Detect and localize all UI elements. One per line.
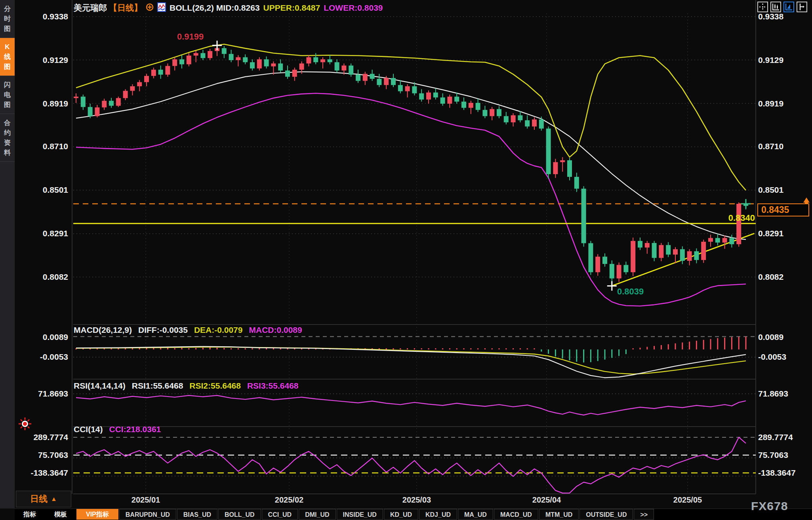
price-tick: 0.9129 [758,55,811,65]
boll-mid-readout: BOLL(26,2) MID:0.8263 [170,3,260,13]
price-tick: 0.8082 [758,272,811,282]
low-price-annotation: 0.8039 [617,287,644,297]
tab-vip-indicators[interactable]: VIP指标 [76,509,118,520]
price-tick: 0.9129 [0,55,68,65]
tab-inside-ud[interactable]: INSIDE_UD [337,509,383,520]
cci-tick: -138.3647 [758,468,811,478]
rsi-tick: 71.8693 [0,389,68,399]
candlestick-view-button[interactable] [770,2,781,12]
cci-tick: 289.7774 [0,432,68,442]
macd-caption-row: MACD(26,12,9) DIFF:-0.0035 DEA:-0.0079 M… [74,325,302,335]
macd-tick: 0.0089 [758,332,811,342]
price-tick: 0.8501 [758,185,811,195]
tab-dmi-ud[interactable]: DMI_UD [299,509,335,520]
cci-tick: 75.7063 [758,450,811,460]
tab-more[interactable]: >> [634,509,654,520]
macd-title: MACD(26,12,9) [74,325,132,335]
x-axis-month: 2025/05 [673,495,702,505]
x-axis-month: 2025/03 [402,495,431,505]
tab-indicators[interactable]: 指标 [15,509,45,520]
boll-upper-readout: UPPER:0.8487 [263,3,320,13]
tab-ma-ud[interactable]: MA_UD [458,509,493,520]
area-view-button[interactable] [783,2,794,12]
peak-price-annotation: 0.9199 [177,32,204,42]
price-tick: 0.9338 [0,11,68,22]
circle-plus-icon[interactable] [146,3,154,13]
fx678-watermark: FX678 [751,499,788,513]
x-axis-month: 2025/01 [132,495,160,505]
price-tick: 0.8919 [758,99,811,109]
chart-toolbar [757,2,807,12]
sidebar-item-contract-info[interactable]: 合约资料 [0,114,15,162]
period-selector-button[interactable]: 日线 ▲ [16,491,71,507]
axis-shift-button[interactable] [797,2,807,12]
tab-outside-ud[interactable]: OUTSIDE_UD [579,509,633,520]
trading-app-window: 分时图 K线图 闪电图 合约资料 美元瑞郎 【日线】 BOLL(26,2) MI… [0,0,812,520]
price-tick: 0.9338 [758,11,811,22]
indicator-tab-bar: 指标 模板 VIP指标 BARUPDN_UD BIAS_UD BOLL_UD C… [15,509,812,520]
tab-barupdn-ud[interactable]: BARUPDN_UD [119,509,176,520]
rsi1-value: RSI1:55.6468 [132,381,183,391]
rsi2-value: RSI2:55.6468 [189,381,241,391]
period-selector-label: 日线 [30,493,48,505]
price-tick: 0.8082 [0,272,68,282]
tab-macd-ud[interactable]: MACD_UD [494,509,538,520]
x-axis-month: 2025/04 [532,495,561,505]
price-tick: 0.8710 [758,141,811,152]
tab-kdj-ud[interactable]: KDJ_UD [419,509,457,520]
macd-tick: -0.0053 [0,352,68,362]
triangle-up-icon: ▲ [51,495,57,503]
tab-templates[interactable]: 模板 [46,509,76,520]
symbol-title: 美元瑞郎 [74,2,107,13]
price-tick: 0.8291 [758,228,811,239]
chart-header: 美元瑞郎 【日线】 BOLL(26,2) MID:0.8263 UPPER:0.… [74,2,383,13]
mini-candle-chart-icon[interactable] [157,2,166,14]
x-axis-month: 2025/02 [275,495,303,505]
boll-lower-readout: LOWER:0.8039 [324,3,383,13]
crosshair-tool-button[interactable] [757,2,768,12]
tab-boll-ud[interactable]: BOLL_UD [218,509,261,520]
cci-value: CCI:218.0361 [109,425,161,434]
cci-tick: 75.7063 [0,450,68,460]
cci-title: CCI(14) [74,425,103,434]
macd-diff-value: DIFF:-0.0035 [138,325,188,335]
price-tick: 0.8501 [0,185,68,195]
macd-tick: 0.0089 [0,332,68,342]
period-tag: 【日线】 [109,2,142,13]
cci-tick: -138.3647 [0,468,68,478]
macd-dea-value: DEA:-0.0079 [194,325,243,335]
price-alert-icon[interactable] [17,416,32,433]
macd-value: MACD:0.0089 [249,325,302,335]
tab-mtm-ud[interactable]: MTM_UD [539,509,579,520]
price-tick: 0.8919 [0,99,68,109]
rsi-title: RSI(14,14,14) [74,381,126,391]
price-tick: 0.8710 [0,141,68,152]
cci-tick: 289.7774 [758,432,811,442]
macd-tick: -0.0053 [758,352,811,362]
tab-cci-ud[interactable]: CCI_UD [262,509,298,520]
tab-kd-ud[interactable]: KD_UD [384,509,418,520]
level-price-annotation: 0.8340 [697,213,755,223]
last-price-badge: 0.8435 [757,203,809,216]
rsi3-value: RSI3:55.6468 [247,381,299,391]
tab-bias-ud[interactable]: BIAS_UD [177,509,217,520]
cci-caption-row: CCI(14) CCI:218.0361 [74,425,161,434]
price-tick: 0.8291 [0,228,68,239]
rsi-tick: 71.8693 [758,389,811,399]
rsi-caption-row: RSI(14,14,14) RSI1:55.6468 RSI2:55.6468 … [74,381,299,391]
